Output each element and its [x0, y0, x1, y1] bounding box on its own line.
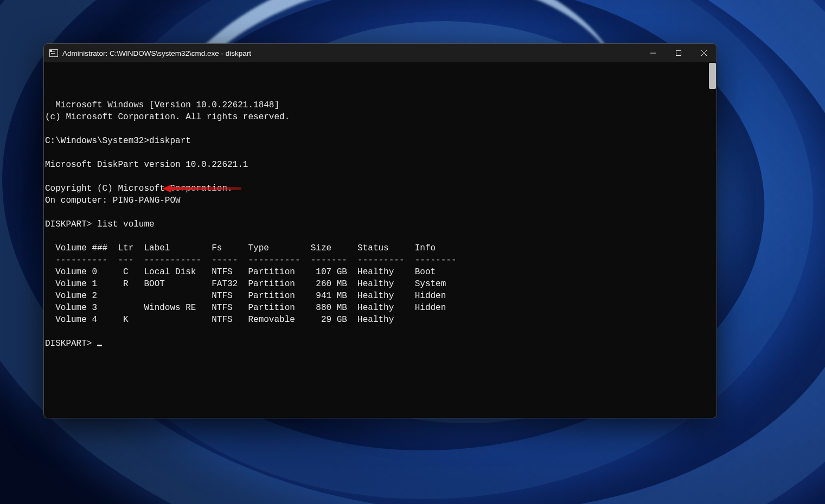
scrollbar-thumb[interactable] [709, 63, 716, 89]
terminal-viewport[interactable]: Microsoft Windows [Version 10.0.22621.18… [44, 62, 717, 418]
terminal-cursor [97, 345, 102, 346]
cmd-icon [49, 49, 58, 57]
cmd-window: Administrator: C:\WINDOWS\system32\cmd.e… [43, 43, 717, 418]
close-button[interactable] [691, 44, 717, 62]
window-title: Administrator: C:\WINDOWS\system32\cmd.e… [62, 49, 251, 57]
maximize-button[interactable] [666, 44, 691, 62]
terminal-output: Microsoft Windows [Version 10.0.22621.18… [45, 100, 457, 348]
titlebar[interactable]: Administrator: C:\WINDOWS\system32\cmd.e… [44, 44, 717, 62]
minimize-button[interactable] [640, 44, 666, 62]
svg-rect-0 [676, 51, 681, 56]
